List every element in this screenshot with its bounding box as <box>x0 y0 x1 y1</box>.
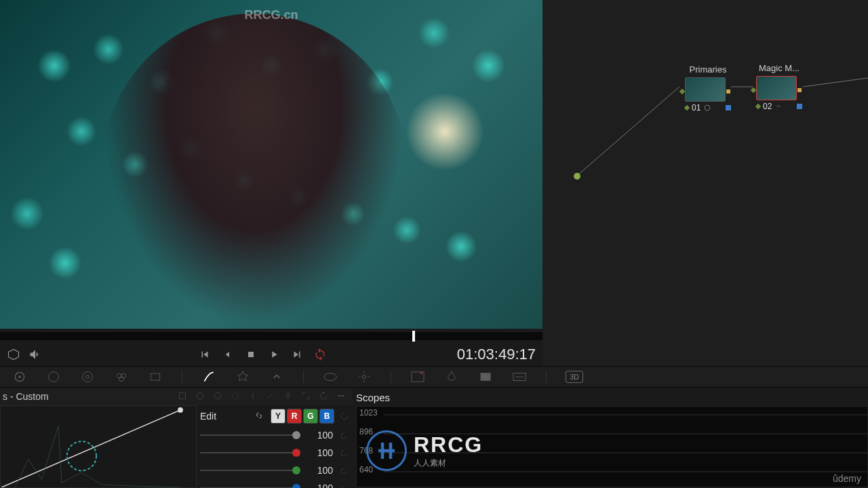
channel-r-button[interactable]: R <box>287 409 302 424</box>
svg-point-8 <box>119 377 124 382</box>
node-primaries[interactable]: Primaries 01 <box>685 64 731 113</box>
node-alpha-in-icon[interactable] <box>684 105 690 110</box>
loop-icon[interactable] <box>313 348 327 361</box>
node-indicator-icon <box>703 104 711 112</box>
node-magic-mask[interactable]: Magic M... 02 <box>756 63 802 111</box>
sat-vs-lum-icon[interactable] <box>283 391 294 402</box>
node-label: Primaries <box>685 64 731 75</box>
g-value[interactable]: 100 <box>307 465 333 476</box>
motion-effects-icon[interactable] <box>148 369 163 384</box>
y-slider[interactable] <box>200 434 300 436</box>
svg-rect-9 <box>151 373 159 380</box>
rrcg-subtitle: 人人素材 <box>414 458 483 469</box>
b-value[interactable]: 100 <box>307 483 333 488</box>
svg-line-32 <box>803 78 868 87</box>
reset-b-icon[interactable] <box>340 483 349 488</box>
watermark-top: RRCG.cn <box>244 8 298 22</box>
svg-point-2 <box>18 375 20 378</box>
y-value[interactable]: 100 <box>307 430 333 441</box>
reset-edit-icon[interactable] <box>340 411 349 421</box>
r-value[interactable]: 100 <box>307 447 333 458</box>
node-alpha-in-icon[interactable] <box>755 104 761 109</box>
stop-icon[interactable] <box>244 348 258 361</box>
key-icon[interactable] <box>478 369 493 384</box>
step-back-icon[interactable] <box>221 348 235 361</box>
edit-label: Edit <box>200 411 216 422</box>
channel-y-button[interactable]: Y <box>271 409 285 424</box>
node-alpha-out-icon[interactable] <box>797 104 802 109</box>
channel-g-button[interactable]: G <box>303 409 318 424</box>
node-thumbnail <box>685 77 726 102</box>
hue-vs-hue-icon[interactable] <box>195 391 206 402</box>
play-icon[interactable] <box>267 348 281 361</box>
viewer[interactable]: RRCG.cn <box>0 0 542 329</box>
curves-editor[interactable] <box>0 405 197 488</box>
svg-point-22 <box>342 395 344 396</box>
node-output[interactable] <box>797 88 802 92</box>
primaries-wheels-icon[interactable] <box>12 369 27 384</box>
svg-point-21 <box>340 395 342 396</box>
reset-g-icon[interactable] <box>340 466 349 475</box>
node-graph[interactable]: Primaries 01 Magic M... 02 <box>542 0 868 366</box>
node-thumbnail <box>756 76 797 100</box>
timeline-scrubber[interactable] <box>0 332 542 340</box>
lum-vs-sat-icon[interactable] <box>248 391 259 402</box>
channel-b-button[interactable]: B <box>319 409 334 424</box>
hue-vs-sat-icon[interactable] <box>213 391 224 402</box>
link-channels-icon[interactable] <box>254 411 265 422</box>
rgb-mixer-icon[interactable] <box>114 369 129 384</box>
node-number: 01 <box>692 103 701 113</box>
curves-icon[interactable] <box>201 369 216 384</box>
svg-line-30 <box>576 87 679 176</box>
color-warper-icon[interactable] <box>235 369 250 384</box>
toolbar-separator <box>391 371 391 383</box>
svg-point-6 <box>117 373 121 378</box>
playhead[interactable] <box>412 331 415 342</box>
g-slider[interactable] <box>200 470 300 471</box>
udemy-watermark: ûdemy <box>833 473 861 484</box>
hue-vs-lum-icon[interactable] <box>231 391 241 402</box>
window-icon[interactable] <box>323 369 338 384</box>
qualifier-icon[interactable] <box>269 369 284 384</box>
primaries-bars-icon[interactable] <box>46 369 61 384</box>
timecode[interactable]: 01:03:49:17 <box>457 346 536 363</box>
toolbar-separator <box>182 371 182 383</box>
svg-point-33 <box>705 105 710 110</box>
svg-line-23 <box>1 410 180 487</box>
next-clip-icon[interactable] <box>290 348 304 361</box>
color-toolbar: 3D <box>0 366 868 388</box>
svg-point-11 <box>363 375 366 379</box>
magic-mask-icon[interactable] <box>410 369 425 384</box>
node-number: 02 <box>763 102 772 111</box>
blur-icon[interactable] <box>444 369 459 384</box>
node-alpha-out-icon[interactable] <box>726 105 731 110</box>
sizing-icon[interactable] <box>512 369 527 384</box>
sat-vs-sat-icon[interactable] <box>266 391 277 402</box>
audio-icon[interactable] <box>28 348 42 361</box>
node-output[interactable] <box>726 89 730 94</box>
edit-panel: Edit Y R G B 100 100 100 100 <box>200 407 349 488</box>
reset-r-icon[interactable] <box>340 448 349 458</box>
log-wheels-icon[interactable] <box>80 369 95 384</box>
reset-y-icon[interactable] <box>340 430 349 440</box>
svg-point-3 <box>49 372 59 382</box>
svg-point-17 <box>197 392 203 399</box>
curves-panel-header: s - Custom <box>0 388 353 405</box>
bypass-icon[interactable] <box>7 348 20 361</box>
svg-rect-14 <box>481 373 491 381</box>
toolbar-separator <box>546 371 547 383</box>
options-icon[interactable] <box>336 391 347 402</box>
custom-curves-icon[interactable] <box>178 391 189 402</box>
viewer-subject <box>102 14 407 325</box>
stereo-3d-icon[interactable]: 3D <box>566 371 583 383</box>
node-input-dot[interactable] <box>574 173 580 180</box>
prev-clip-icon[interactable] <box>198 348 212 361</box>
tracker-icon[interactable] <box>357 369 372 384</box>
reset-all-icon[interactable] <box>319 391 330 402</box>
r-slider[interactable] <box>200 452 300 453</box>
rrcg-logo-icon <box>366 430 407 471</box>
expand-icon[interactable] <box>301 391 312 402</box>
svg-rect-16 <box>179 392 185 399</box>
panel-title: s - Custom <box>3 391 49 402</box>
svg-point-10 <box>324 373 336 381</box>
